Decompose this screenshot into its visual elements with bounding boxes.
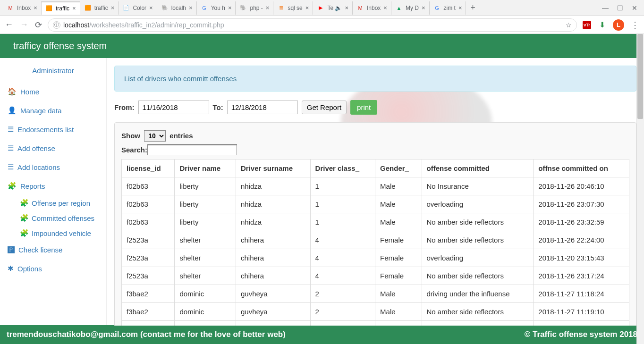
sidebar-subitem[interactable]: 🧩 Committed offenses (0, 210, 106, 226)
sidebar-item-label: Manage data (20, 107, 62, 115)
tab-title: php - (250, 5, 263, 11)
tab-close-icon[interactable]: × (228, 4, 232, 11)
sidebar-item[interactable]: ✱ Options (0, 259, 106, 278)
table-cell: 2018-11-20 23:15:43 (534, 249, 629, 267)
browser-tab[interactable]: ≣sql se× (273, 1, 313, 15)
browser-tab[interactable]: ▶Te 🔈× (313, 1, 353, 15)
tab-close-icon[interactable]: × (266, 4, 270, 11)
browser-tab[interactable]: MInbox× (3, 1, 42, 15)
extension-icon-idm[interactable]: ⬇ (598, 21, 606, 29)
site-info-icon[interactable]: ⓘ (53, 21, 60, 29)
browser-tab[interactable]: ▲My D× (391, 1, 430, 15)
sidebar-subitem-icon: 🧩 (20, 214, 29, 222)
tab-close-icon[interactable]: × (458, 4, 462, 11)
table-cell: Female (375, 249, 422, 267)
browser-tab[interactable]: 🟧traffic× (42, 1, 80, 15)
table-cell: dominic (175, 303, 236, 321)
sidebar-item[interactable]: ☰ Add locations (0, 158, 106, 176)
column-header[interactable]: offnse committed on (534, 159, 629, 177)
sidebar-item[interactable]: 🏠 Home (0, 82, 106, 101)
minimize-button[interactable]: — (602, 4, 609, 12)
column-header[interactable]: offense committed (422, 159, 534, 177)
sidebar-item[interactable]: 🧩 Reports (0, 176, 106, 195)
sidebar-item-label: Options (17, 265, 42, 273)
table-cell: 2 (310, 303, 375, 321)
maximize-button[interactable]: ☐ (617, 4, 623, 12)
browser-tab[interactable]: MInbox× (353, 1, 391, 15)
tab-close-icon[interactable]: × (383, 4, 387, 11)
reload-button[interactable]: ⟳ (35, 20, 42, 30)
sidebar-subitem[interactable]: 🧩 Offense per region (0, 195, 106, 210)
sidebar-item-label: Add locations (17, 163, 60, 171)
new-tab-button[interactable]: + (466, 3, 479, 13)
footer-contact: tremendouschatikobo@gmail.com (contact m… (7, 330, 286, 339)
get-report-button[interactable]: Get Report (302, 101, 347, 114)
tab-close-icon[interactable]: × (34, 4, 37, 11)
from-date-input[interactable] (138, 101, 209, 114)
tab-close-icon[interactable]: × (189, 4, 193, 11)
sidebar-item[interactable]: 🅿 Check license (0, 241, 106, 259)
table-cell: f02b63 (122, 195, 175, 213)
table-cell: 1 (310, 195, 375, 213)
browser-tab[interactable]: 🐘php -× (236, 1, 273, 15)
column-header[interactable]: Driver name (175, 159, 236, 177)
back-button[interactable]: ← (5, 20, 13, 30)
chrome-menu-button[interactable]: ⋮ (631, 20, 639, 30)
browser-tab[interactable]: 📄Color× (119, 1, 157, 15)
tab-close-icon[interactable]: × (72, 5, 76, 12)
search-input[interactable] (147, 144, 237, 155)
footer-copyright: © Traffic offense system 2018 (525, 330, 637, 339)
table-cell: 2018-11-26 20:46:10 (534, 177, 629, 195)
tab-close-icon[interactable]: × (111, 4, 115, 11)
forward-button[interactable]: → (20, 20, 28, 30)
bookmark-star-icon[interactable]: ☆ (566, 21, 572, 29)
close-window-button[interactable]: ✕ (632, 4, 637, 12)
tab-title: Color (133, 5, 146, 11)
table-cell: Male (375, 321, 422, 326)
table-row: f3bae2dominicguvheya2Maledriving under t… (122, 285, 629, 303)
to-date-input[interactable] (227, 101, 298, 114)
sidebar-item-icon: ✱ (8, 264, 14, 273)
sidebar-subitem-label: Impounded vehicle (32, 229, 91, 237)
table-cell: 2018-11-27 11:19:32 (534, 321, 629, 326)
main-content: List of drivers who committ offenses Fro… (107, 58, 644, 326)
browser-tab[interactable]: GYou h× (197, 1, 236, 15)
column-header[interactable]: Driver class_ (310, 159, 375, 177)
column-header[interactable]: Driver surname (236, 159, 310, 177)
tab-close-icon[interactable]: × (149, 4, 153, 11)
table-cell: 1 (310, 213, 375, 231)
sidebar-item-icon: ☰ (8, 125, 14, 134)
extension-icon-ytd[interactable]: vTr (583, 21, 591, 29)
entries-select[interactable]: 10 (144, 130, 166, 142)
vertical-scrollbar[interactable] (636, 34, 644, 344)
print-button[interactable]: print (350, 100, 377, 115)
table-cell: chihera (236, 249, 310, 267)
browser-tab[interactable]: 🐘localh× (157, 1, 197, 15)
table-cell: driving under the influense (422, 321, 534, 326)
tab-close-icon[interactable]: × (305, 4, 309, 11)
sidebar-item-label: Add offense (17, 144, 55, 152)
table-cell: dominic (175, 321, 236, 326)
sidebar-item[interactable]: ☰ Endorsements list (0, 120, 106, 139)
tab-favicon: ▲ (395, 4, 403, 12)
table-cell: 4 (310, 231, 375, 249)
tab-close-icon[interactable]: × (345, 4, 348, 11)
column-header[interactable]: license_id (122, 159, 175, 177)
tab-close-icon[interactable]: × (422, 4, 425, 11)
column-header[interactable]: Gender_ (375, 159, 422, 177)
sidebar-subitem[interactable]: 🧩 Impounded vehicle (0, 226, 106, 241)
profile-avatar[interactable]: L (613, 19, 624, 31)
sidebar-item[interactable]: ☰ Add offense (0, 139, 106, 158)
table-cell: 2018-11-26 23:32:59 (534, 213, 629, 231)
table-cell: 2018-11-26 22:24:00 (534, 231, 629, 249)
table-row: f02b63libertynhidza1MaleNo Insurance2018… (122, 177, 629, 195)
sidebar-item-label: Endorsements list (17, 126, 74, 134)
sidebar-item-icon: 👤 (8, 106, 17, 115)
table-cell: Female (375, 267, 422, 285)
table-cell: No amber side reflectors (422, 267, 534, 285)
sidebar-item[interactable]: 👤 Manage data (0, 101, 106, 120)
scrollbar-thumb[interactable] (637, 34, 643, 119)
address-bar[interactable]: ⓘ localhost/worksheets/traffic_in2/admin… (48, 18, 577, 32)
browser-tab[interactable]: Gzim t× (430, 1, 466, 15)
browser-tab[interactable]: 🟧traffic× (80, 1, 119, 15)
